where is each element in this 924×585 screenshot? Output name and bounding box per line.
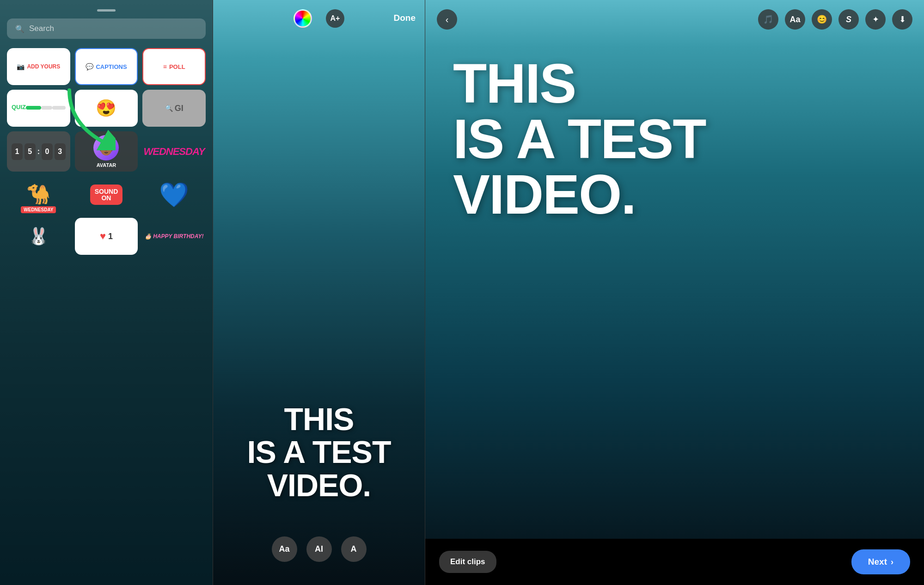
countdown-sep: : [37,148,40,156]
add-text-label: A+ [330,14,340,23]
quiz-sticker[interactable]: QUIZ [7,90,70,127]
sticker-icon: 😊 [817,14,827,25]
draw-button[interactable]: S [838,9,859,30]
avatar-label: AVATAR [97,162,116,168]
bunny-emoji: 🐰 [28,227,49,246]
heart-counter-num: 1 [108,232,113,241]
download-icon: ⬇ [899,14,906,25]
sticker-button[interactable]: 😊 [812,9,832,30]
add-yours-icon: 📷 [17,63,24,70]
panel3-caption-area: THISIS A TESTVIDEO. [453,55,706,222]
search-placeholder: Search [29,24,54,33]
sticker-picker-panel: 🔍 Search 📷 ADD YOURS 💬 CAPTIONS ≡ POLL [0,0,213,585]
sticker-grid: 📷 ADD YOURS 💬 CAPTIONS ≡ POLL QUIZ [7,48,206,255]
wednesday-text: WEDNESDAY [143,146,204,158]
panel2-caption-text: THISIS A TESTVIDEO. [213,403,425,502]
countdown-digit-4: 3 [55,143,66,160]
search-icon: 🔍 [15,25,24,33]
gif-label: GI [175,104,184,113]
captions-label: CAPTIONS [96,63,127,70]
drag-handle[interactable] [97,9,116,12]
birthday-sticker[interactable]: 🎂 HAPPY BIRTHDAY! [142,218,206,255]
panel2-text-controls: Aa AI A [213,536,425,562]
font-size-button[interactable]: Aa [272,536,297,562]
story-editor-panel: A+ Done THISIS A TESTVIDEO. Aa AI A [213,0,425,585]
panel2-main-text-area: THISIS A TESTVIDEO. [213,403,425,502]
bunny-sticker[interactable]: 🐰 [7,218,70,255]
quiz-label: QUIZ [12,104,26,111]
birthday-text: 🎂 HAPPY BIRTHDAY! [145,233,204,240]
text-style-button[interactable]: AI [306,536,332,562]
countdown-digit-2: 5 [24,143,36,160]
poll-label: POLL [169,63,185,70]
next-button[interactable]: Next › [851,549,910,574]
done-button[interactable]: Done [394,13,416,23]
gif-search-icon: 🔍 [165,105,173,112]
next-label: Next [868,557,887,567]
heart-emoji: 💙 [159,181,189,209]
captions-icon: 💬 [86,63,93,70]
edit-clips-button[interactable]: Edit clips [439,551,496,573]
soundon-sticker[interactable]: SOUND ON [75,176,138,213]
avatar-sticker[interactable]: 👨🏾 AVATAR [75,131,138,172]
poll-sticker[interactable]: ≡ POLL [142,48,206,85]
heart-counter-sticker[interactable]: ♥ 1 [75,218,138,255]
camel-emoji: 🐪 [26,183,50,205]
panel3-header-icons: 🎵 Aa 😊 S ✦ ⬇ [758,9,912,30]
avatar-image: 👨🏾 [93,135,119,160]
poll-icon: ≡ [163,63,167,70]
camel-label: WEDNESDAY [21,206,56,213]
search-bar[interactable]: 🔍 Search [7,18,206,39]
heart-sticker[interactable]: 💙 [142,176,206,213]
text-format-icon: Aa [789,15,800,25]
countdown-digit-3: 0 [42,143,53,160]
effects-button[interactable]: ✦ [865,9,886,30]
draw-icon: S [846,15,851,25]
quiz-bar-1 [26,106,41,110]
back-chevron-icon: ‹ [446,14,449,25]
quiz-bar-2 [41,106,52,110]
camel-sticker[interactable]: 🐪 WEDNESDAY [7,176,70,213]
add-yours-sticker[interactable]: 📷 ADD YOURS [7,48,70,85]
sticker-picker-content: 🔍 Search 📷 ADD YOURS 💬 CAPTIONS ≡ POLL [0,0,213,262]
effects-icon: ✦ [872,14,879,25]
emoji-sticker[interactable]: 😍 [75,90,138,127]
panel3-caption-text: THISIS A TESTVIDEO. [453,55,706,222]
panel2-header: A+ [213,9,425,28]
captions-sticker[interactable]: 💬 CAPTIONS [75,48,138,85]
text-color-button[interactable]: A [341,536,367,562]
back-button[interactable]: ‹ [437,9,457,30]
music-icon: 🎵 [763,14,773,25]
text-style-label: AI [315,544,323,554]
on-text: ON [101,195,111,201]
add-yours-label: ADD YOURS [27,63,60,70]
story-preview-panel: ‹ 🎵 Aa 😊 S ✦ ⬇ THISIS A TESTVI [425,0,924,585]
sound-text: SOUND [95,188,118,195]
countdown-digit-1: 1 [12,143,23,160]
next-chevron-icon: › [891,557,893,567]
add-text-button[interactable]: A+ [326,9,344,28]
quiz-bar-3 [52,106,66,110]
panel3-header: ‹ 🎵 Aa 😊 S ✦ ⬇ [425,9,924,30]
emoji-face: 😍 [96,99,116,118]
download-button[interactable]: ⬇ [892,9,912,30]
text-color-label: A [351,544,357,554]
font-size-label: Aa [279,544,289,554]
soundon-inner: SOUND ON [90,185,123,205]
wednesday-text-sticker[interactable]: WEDNESDAY [142,131,206,172]
color-wheel-button[interactable] [294,9,312,28]
gif-sticker[interactable]: 🔍 GI [142,90,206,127]
countdown-sticker[interactable]: 1 5 : 0 3 [7,131,70,172]
panel3-bottom-bar: Edit clips Next › [425,539,924,585]
music-button[interactable]: 🎵 [758,9,778,30]
heart-counter-heart: ♥ [100,230,106,242]
text-button[interactable]: Aa [785,9,805,30]
